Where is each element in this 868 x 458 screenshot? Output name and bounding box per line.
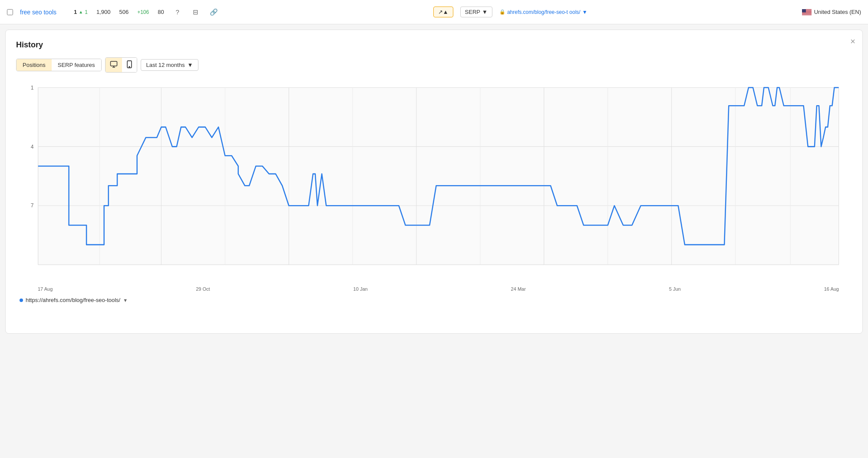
history-chart: 1 4 7	[16, 83, 852, 283]
time-period-dropdown[interactable]: Last 12 months ▼	[141, 59, 199, 71]
top-bar: free seo tools 1 ▲ 1 1,900 506 +106 80 ?…	[0, 0, 868, 24]
time-period-arrow-icon: ▼	[187, 62, 193, 68]
region-text: United States (EN)	[814, 9, 861, 15]
us-flag-icon	[802, 9, 812, 15]
kd-stat: 80	[158, 9, 164, 15]
svg-rect-12	[802, 14, 812, 15]
mobile-icon	[126, 60, 132, 68]
chart-icon: ↗▲	[438, 9, 449, 15]
tab-serp-features[interactable]: SERP features	[52, 59, 101, 71]
traffic-delta: +106	[137, 9, 149, 15]
svg-rect-14	[110, 61, 117, 66]
close-button[interactable]: ×	[850, 37, 855, 46]
position-change: 1	[85, 9, 88, 15]
svg-text:1: 1	[31, 84, 34, 90]
row-checkbox[interactable]	[7, 9, 13, 15]
traffic-stat: 506	[119, 9, 129, 15]
device-group	[105, 57, 137, 73]
legend-dot	[20, 299, 23, 302]
lock-icon: 🔒	[499, 9, 505, 15]
tab-group: Positions SERP features	[16, 59, 102, 71]
url-link[interactable]: 🔒 ahrefs.com/blog/free-seo-t ools/ ▼	[499, 9, 587, 15]
x-label-jan10: 10 Jan	[353, 286, 368, 292]
url-text: ahrefs.com/blog/free-seo-t ools/	[507, 9, 581, 15]
legend-arrow-icon[interactable]: ▼	[123, 298, 128, 303]
notes-icon[interactable]: ⊟	[191, 7, 201, 17]
svg-rect-11	[802, 14, 812, 14]
url-arrow-icon: ▼	[582, 9, 587, 15]
info-icon[interactable]: ?	[173, 7, 182, 17]
svg-text:4: 4	[31, 143, 34, 149]
serp-button[interactable]: SERP ▼	[460, 7, 492, 17]
stats-row: 1 ▲ 1 1,900 506 +106 80 ? ⊟ 🔗	[63, 7, 219, 17]
link-icon[interactable]: 🔗	[209, 7, 219, 17]
row-checkbox-wrapper[interactable]	[7, 9, 13, 15]
serp-arrow-icon: ▼	[482, 9, 488, 15]
x-label-oct29: 29 Oct	[196, 286, 210, 292]
region-info: United States (EN)	[802, 9, 861, 15]
time-period-label: Last 12 months	[146, 62, 185, 68]
x-label-aug16: 16 Aug	[824, 286, 839, 292]
svg-point-18	[129, 66, 130, 67]
svg-rect-7	[802, 12, 812, 13]
serp-label: SERP	[465, 9, 480, 15]
svg-rect-9	[802, 13, 812, 13]
x-label-jun5: 5 Jun	[669, 286, 681, 292]
tab-positions[interactable]: Positions	[17, 59, 52, 71]
history-panel: History × Positions SERP features	[5, 30, 863, 334]
device-desktop-btn[interactable]	[106, 58, 122, 72]
panel-title: History	[16, 40, 852, 50]
chart-container: 1 4 7 ⚙ ⚙ ⚙	[16, 83, 852, 283]
chart-button[interactable]: ↗▲	[433, 7, 453, 17]
legend-url: https://ahrefs.com/blog/free-seo-tools/	[26, 297, 120, 303]
legend: https://ahrefs.com/blog/free-seo-tools/ …	[16, 297, 852, 303]
keyword-link[interactable]: free seo tools	[20, 9, 56, 16]
svg-text:7: 7	[31, 202, 34, 209]
filter-bar: Positions SERP features Last 12 months ▼	[16, 57, 852, 73]
svg-rect-13	[802, 9, 806, 13]
svg-rect-19	[38, 87, 839, 265]
x-label-mar24: 24 Mar	[511, 286, 526, 292]
x-axis-labels: 17 Aug 29 Oct 10 Jan 24 Mar 5 Jun 16 Aug	[16, 286, 852, 292]
position-number: 1	[74, 9, 77, 15]
x-label-aug17: 17 Aug	[38, 286, 53, 292]
svg-rect-8	[802, 13, 812, 13]
position-arrow-icon: ▲	[79, 10, 83, 14]
volume-stat: 1,900	[96, 9, 111, 15]
svg-rect-10	[802, 13, 812, 14]
desktop-icon	[110, 60, 118, 68]
position-data: 1 ▲ 1	[74, 9, 88, 15]
device-mobile-btn[interactable]	[122, 58, 137, 72]
